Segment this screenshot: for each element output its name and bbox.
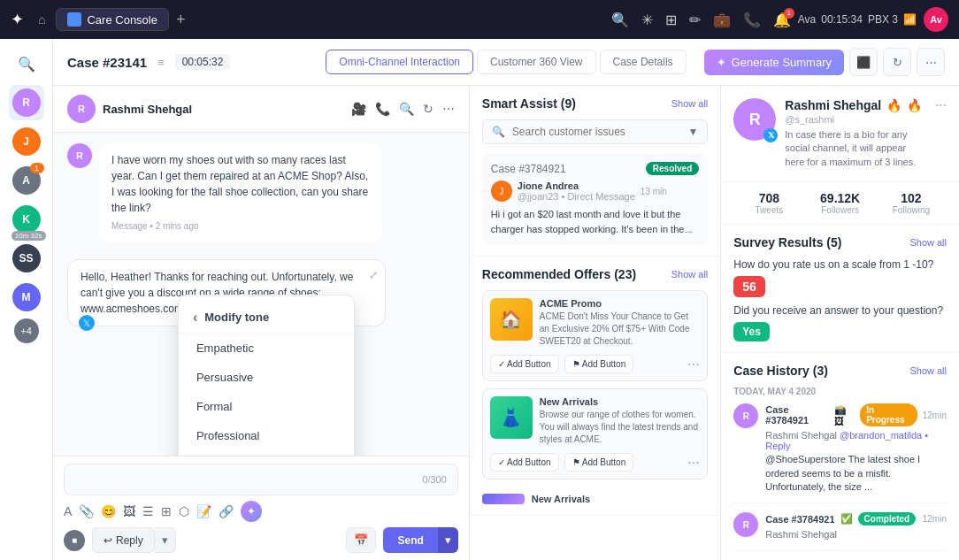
history-avatar-1: R [733,403,758,428]
tone-formal[interactable]: Formal [179,392,354,421]
offer-2-more-icon[interactable]: ⋯ [687,456,700,470]
user-message-row: R I have worn my shoes out with so many … [67,143,455,249]
reply-button[interactable]: ↩ Reply [92,527,155,553]
sidebar-item-4[interactable]: K 10m 32s [9,202,44,237]
save-icon-button[interactable]: ⬛ [849,48,878,76]
offer-1-more-icon[interactable]: ⋯ [687,357,700,372]
survey-show-all[interactable]: Show all [909,237,947,248]
attachment-icon[interactable]: 📎 [79,504,94,518]
home-button[interactable]: ⌂ [35,9,49,30]
offers-show-all[interactable]: Show all [671,269,709,280]
offer-1-add-button-2[interactable]: ⚑ Add Button [564,355,634,373]
generate-summary-button[interactable]: ✦ Generate Summary [704,50,844,75]
sidebar-search[interactable]: 🔍 [9,46,44,81]
image-icon[interactable]: 🖼 [123,504,135,518]
sparkle-icon: ✦ [717,56,726,69]
call-icon[interactable]: 📞 [375,102,390,116]
bell-icon[interactable]: 🔔 1 [773,12,791,28]
history-content-1: Case #3784921 📸🖼 In Progress 12min Rashm… [765,403,947,494]
sidebar-item-ss[interactable]: SS [9,241,44,276]
nav-add-button[interactable]: + [176,11,186,29]
smart-case-user-handle: @jjoan23 • Direct Message [518,191,635,202]
more-options-button[interactable]: ⋯ [917,48,945,76]
in-progress-badge-1: In Progress [860,403,917,426]
twitter-expand-icon[interactable]: ⤢ [369,267,378,283]
grid-icon[interactable]: ⊞ [665,12,677,28]
text-format-icon[interactable]: A [64,504,72,518]
case-history-show-all[interactable]: Show all [909,365,947,376]
chat-more-icon[interactable]: ⋯ [442,102,455,116]
customer-more-icon[interactable]: ⋯ [935,98,947,111]
send-caret-button[interactable]: ▾ [438,527,458,553]
resolved-badge: Resolved [646,162,699,175]
sidebar-more-button[interactable]: +4 [14,318,39,343]
offer-1-title: ACME Promo [540,298,700,309]
calendar-button[interactable]: 📅 [346,527,376,553]
chat-message-1: I have worn my shoes out with so many ra… [99,143,382,242]
smart-assist-search-input[interactable] [512,126,681,138]
case-actions: ✦ Generate Summary ⬛ ↻ ⋯ [704,48,945,76]
reply-caret-button[interactable]: ▾ [155,527,176,553]
tone-professional[interactable]: Professional [179,421,354,450]
pbx-label: PBX 3 [868,13,898,26]
stop-button[interactable]: ■ [64,530,85,551]
chat-footer: 0/300 A 📎 😊 🖼 ☰ ⊞ ⬡ 📝 🔗 ✦ [53,456,469,560]
tone-persuasive[interactable]: Persuasive [179,363,354,392]
sidebar-timer: 10m 32s [12,231,46,241]
case-menu-icon[interactable]: ≡ [157,56,165,69]
template-icon[interactable]: ⊞ [161,504,172,518]
smart-assist-section: Smart Assist (9) Show all 🔍 ▼ Case #3784… [470,86,720,257]
send-button[interactable]: Send [383,527,437,553]
chat-refresh-icon[interactable]: ↻ [423,102,433,116]
send-button-group: Send ▾ [383,527,457,553]
nav-tab-care-console[interactable]: Care Console [56,8,169,31]
tab-customer-360[interactable]: Customer 360 View [477,50,596,74]
search-icon[interactable]: 🔍 [611,12,629,28]
chat-search-icon[interactable]: 🔍 [399,102,414,116]
kb-icon[interactable]: 📝 [196,504,211,518]
tone-empathetic[interactable]: Empathetic [179,334,354,363]
offer-3-image-partial [482,494,525,504]
asterisk-icon[interactable]: ✳ [641,12,653,28]
offer-1-content: 🏠 ACME Promo ACME Don't Miss Your Chance… [490,298,700,348]
link-icon[interactable]: 🔗 [219,504,234,518]
survey-results-section: Survey Results (5) Show all How do you r… [721,225,959,353]
tone-back-icon[interactable]: ‹ [193,310,197,326]
offer-card-2: 👗 New Arrivals Browse our range of cloth… [482,388,708,479]
case-history-section: Case History (3) Show all TODAY, MAY 4 2… [721,353,959,560]
briefcase-icon[interactable]: 💼 [713,12,731,28]
list-icon[interactable]: ☰ [142,504,154,518]
emoji-icon[interactable]: 😊 [101,504,116,518]
tab-omni-channel[interactable]: Omni-Channel Interaction [326,50,473,74]
agent-avatar[interactable]: Av [924,7,948,32]
customer-profile: R 𝕏 Rashmi Shehgal 🔥 🔥 @s_rashmi In case… [721,86,959,182]
sidebar-item-1[interactable]: R [9,85,44,120]
chat-header-actions: 🎥 📞 🔍 ↻ ⋯ [351,102,455,116]
case-header: Case #23141 ≡ 00:05:32 Omni-Channel Inte… [53,39,959,86]
char-count: 0/300 [422,474,447,485]
sidebar-item-3[interactable]: A 1 [9,163,44,198]
sidebar-item-5[interactable]: M [9,280,44,315]
customer-avatar: R 𝕏 [733,98,776,141]
offer-1-desc: ACME Don't Miss Your Chance to Get an Ex… [540,311,700,348]
smart-assist-show-all[interactable]: Show all [671,98,709,109]
recommended-offers-section: Recommended Offers (23) Show all 🏠 ACME … [470,257,720,516]
tone-friendly[interactable]: Friendly [179,450,354,456]
offer-2-add-button-1[interactable]: ✓ Add Button [490,453,559,472]
tab-case-details[interactable]: Case Details [600,50,687,74]
edit-icon[interactable]: ✏ [689,12,701,28]
history-case-id-1: Case #3784921 [765,404,829,426]
ai-button[interactable]: ✦ [241,501,262,522]
refresh-button[interactable]: ↻ [883,48,911,76]
phone-icon[interactable]: 📞 [743,12,761,28]
chat-input-area[interactable]: 0/300 [64,464,458,495]
offer-1-add-button-1[interactable]: ✓ Add Button [490,355,559,373]
history-item-2: R Case #3784921 ✅ Completed 12min Rashmi… [733,512,947,551]
screen-icon[interactable]: ⬡ [179,504,189,518]
stat-tweets: 708 Tweets [733,191,804,215]
filter-icon[interactable]: ▼ [687,126,698,138]
video-icon[interactable]: 🎥 [351,102,366,116]
offer-2-add-button-2[interactable]: ⚑ Add Button [564,453,634,472]
sidebar-item-2[interactable]: J [9,124,44,159]
agent-name: Ava [798,13,816,26]
